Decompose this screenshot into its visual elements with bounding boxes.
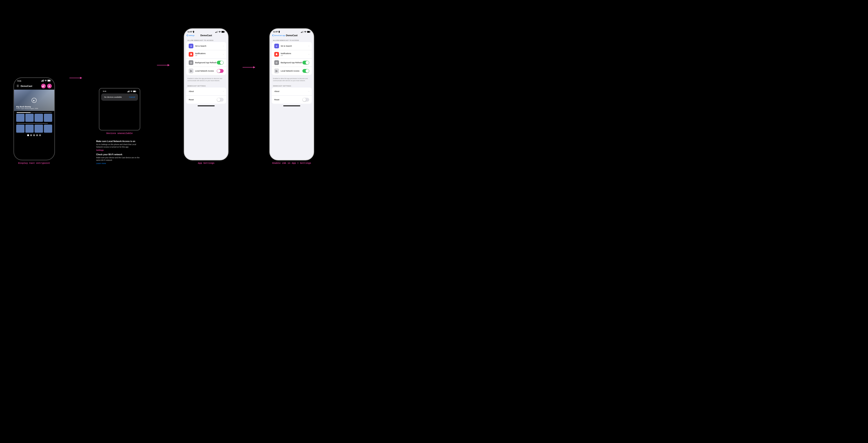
cancel-button[interactable]: Cancel [129,96,135,98]
wifi-icon [304,31,306,33]
section-phone3: 11:57 Settings DemoCast Allow DemoCast t… [184,4,228,164]
svg-point-47 [276,46,277,46]
thumbnail-item[interactable] [44,125,52,133]
local-network-row[interactable]: Local Network Access .toggle.pending::af… [186,67,226,75]
notifications-row[interactable]: Notifications Off › [186,50,226,59]
location-icon [278,31,280,33]
phone3-back-button[interactable]: Settings [187,34,194,36]
svg-rect-23 [217,31,217,33]
thumbnail-item[interactable] [34,125,43,133]
thumbnail-item[interactable] [25,114,34,122]
play-button[interactable]: ▶ [32,98,37,103]
home-indicator [197,105,215,106]
background-refresh-toggle[interactable] [302,61,309,65]
reset-row[interactable]: Reset [272,96,312,104]
reset-text: Reset [189,99,217,101]
wifi-icon [130,91,132,92]
svg-rect-32 [190,71,191,72]
arrow2-container [157,62,170,68]
svg-rect-12 [128,91,128,92]
background-refresh-text: Background App Refresh [195,62,217,64]
about-row[interactable]: About › [272,88,312,96]
no-devices-dialog: No devices available Cancel [101,94,138,101]
network-svg [190,70,192,72]
siri-search-row[interactable]: Siri & Search › [272,42,312,50]
svg-rect-11 [127,91,128,92]
thumbnails-row1 [14,114,54,122]
phone1-status-icons [41,80,51,82]
progress-bar[interactable] [17,112,52,113]
refresh-icon [274,60,279,65]
notifications-title: Notifications [195,53,222,55]
settings-link[interactable]: Settings [96,149,143,151]
caption-phone3: App Settings [198,162,214,164]
svg-rect-5 [48,80,50,82]
reset-toggle[interactable] [217,98,224,102]
phone4-back-button[interactable]: DemoCast app [272,34,285,36]
phone3-nav-bar: Settings DemoCast [184,34,228,38]
arrow1-svg [69,75,82,81]
cast-button[interactable] [41,84,46,88]
caption-phone1: Display Cast entrypoint [18,162,50,164]
instructions-body1: Go to Settings on this phone and check t… [96,143,143,149]
reset-row[interactable]: Reset [186,96,226,104]
local-network-toggle[interactable]: .toggle.pending::after{left:1px;right:au… [217,69,224,73]
page-dot[interactable] [33,134,35,136]
svg-rect-3 [43,80,44,82]
dialog-title: No devices available [104,96,122,98]
siri-icon [274,44,279,49]
page-dot-active[interactable] [27,134,29,136]
thumbnail-item[interactable] [34,114,43,122]
thumbnail-item[interactable] [16,114,25,122]
chevron-icon: › [223,45,224,47]
svg-rect-2 [42,80,43,82]
arrow2-svg [157,62,170,68]
local-network-title: Local Network Access [281,70,302,72]
background-refresh-row[interactable]: Background App Refresh [186,59,226,67]
hamburger-icon[interactable]: ☰ [17,85,19,88]
instructions-panel: Make sure Local Network Access is on Go … [96,140,143,164]
svg-marker-37 [253,66,255,68]
section-divider [17,123,48,124]
phone1-app-title: DemoCast [21,85,41,87]
location-icon [193,31,194,33]
phone1-frame: 9:41 ☰ DemoCast [13,77,55,160]
background-refresh-row[interactable]: Background App Refresh [272,59,312,67]
thumbnail-item[interactable] [25,125,34,133]
svg-rect-49 [276,70,276,71]
page-dots [14,133,54,137]
signal-icon [215,31,218,33]
local-network-row[interactable]: Local Network Access [272,67,312,75]
siri-svg [190,45,192,48]
svg-marker-19 [167,64,170,66]
learn-more-link[interactable]: Learn more [96,162,143,164]
instructions-body2: Make sure your device and the Cast devic… [96,157,143,162]
notifications-row[interactable]: Notifications Off › [272,50,312,59]
local-network-toggle[interactable] [302,69,309,73]
page-dot[interactable] [30,134,32,136]
svg-rect-0 [41,81,42,82]
phone2-wrapper: 9:41 No devices available Cancel Devices… [99,88,140,135]
about-row[interactable]: About › [186,88,226,96]
siri-search-row[interactable]: Siri & Search › [186,42,226,50]
phone4-status-icons [301,31,310,33]
page-dot[interactable] [39,134,41,136]
svg-line-35 [191,71,191,71]
wifi-icon [44,80,47,82]
notifications-text: Notifications Off [281,53,308,56]
reset-toggle[interactable] [302,98,309,102]
phone2-status-bar: 9:41 [99,89,140,94]
section-phone2: 9:41 No devices available Cancel Devices… [96,4,143,164]
thumbnail-item[interactable] [16,125,25,133]
svg-marker-10 [80,77,82,79]
page-dot[interactable] [36,134,38,136]
instructions-heading1: Make sure Local Network Access is on [96,140,143,143]
siri-search-text: Siri & Search [281,45,308,47]
thumbnail-item[interactable] [44,114,52,122]
user-profile-button[interactable] [47,84,52,88]
chevron-icon: › [223,90,224,92]
background-refresh-toggle[interactable] [217,61,224,65]
svg-rect-42 [303,31,303,33]
caption-phone2: Devices unavailable [106,132,133,135]
siri-search-title: Siri & Search [195,45,222,47]
